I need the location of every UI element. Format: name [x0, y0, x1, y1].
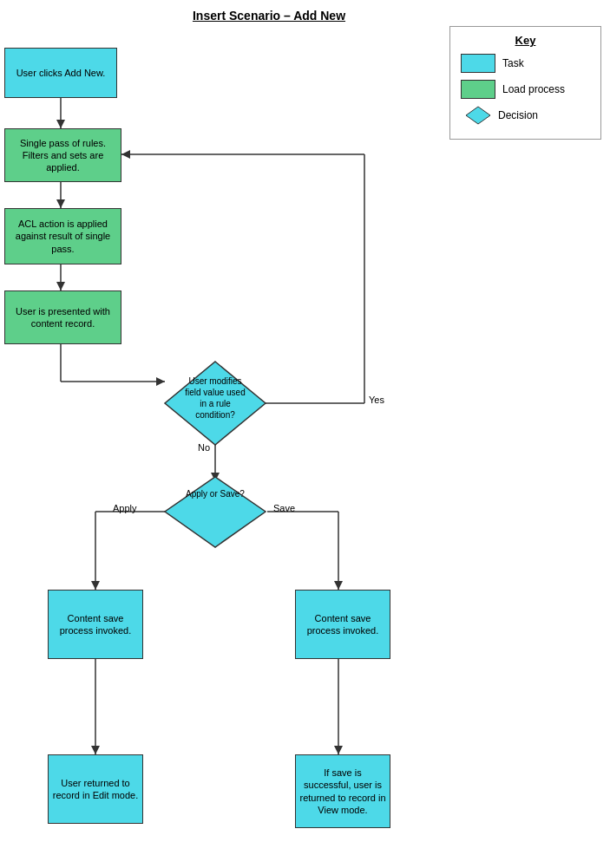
svg-marker-4 — [56, 199, 65, 208]
label-yes: Yes — [369, 395, 384, 405]
node-content-save-apply: Content save process invoked. — [48, 590, 143, 659]
diamond-modifies-text: User modifies field value used in a rule… — [180, 375, 250, 421]
diamond-apply-save-text: Apply or Save? — [180, 488, 250, 499]
diamond-user-modifies: User modifies field value used in a rule… — [163, 360, 267, 447]
node-single-pass: Single pass of rules. Filters and sets a… — [4, 128, 121, 182]
key-decision-item: Decision — [461, 106, 590, 125]
label-no: No — [198, 442, 210, 453]
diamond-apply-save: Apply or Save? — [163, 475, 267, 549]
node-content-save-save: Content save process invoked. — [295, 590, 390, 659]
svg-marker-15 — [121, 150, 130, 159]
svg-marker-2 — [56, 120, 65, 128]
key-load-label: Load process — [502, 83, 565, 95]
svg-marker-23 — [91, 746, 100, 754]
svg-marker-6 — [56, 282, 65, 290]
key-title: Key — [461, 34, 590, 47]
svg-marker-25 — [334, 746, 343, 754]
key-box: Key Task Load process Decision — [449, 26, 601, 140]
node-user-clicks: User clicks Add New. — [4, 48, 117, 98]
svg-marker-18 — [91, 581, 100, 590]
node-user-presented: User is presented with content record. — [4, 290, 121, 344]
node-user-returned: User returned to record in Edit mode. — [48, 754, 143, 824]
key-task-icon — [461, 54, 495, 73]
svg-marker-0 — [466, 107, 490, 124]
key-task-label: Task — [502, 57, 524, 69]
svg-marker-21 — [334, 581, 343, 590]
key-decision-label: Decision — [498, 109, 538, 121]
key-decision-icon — [465, 106, 491, 125]
diagram-container: Insert Scenario – Add New Key Task Load … — [0, 0, 610, 868]
key-task-item: Task — [461, 54, 590, 73]
node-if-save: If save is successful, user is returned … — [295, 754, 390, 828]
key-load-item: Load process — [461, 80, 590, 99]
node-acl-action: ACL action is applied against result of … — [4, 208, 121, 264]
diagram-title: Insert Scenario – Add New — [139, 9, 399, 23]
key-load-icon — [461, 80, 495, 99]
label-save: Save — [273, 503, 295, 513]
label-apply: Apply — [113, 503, 137, 513]
